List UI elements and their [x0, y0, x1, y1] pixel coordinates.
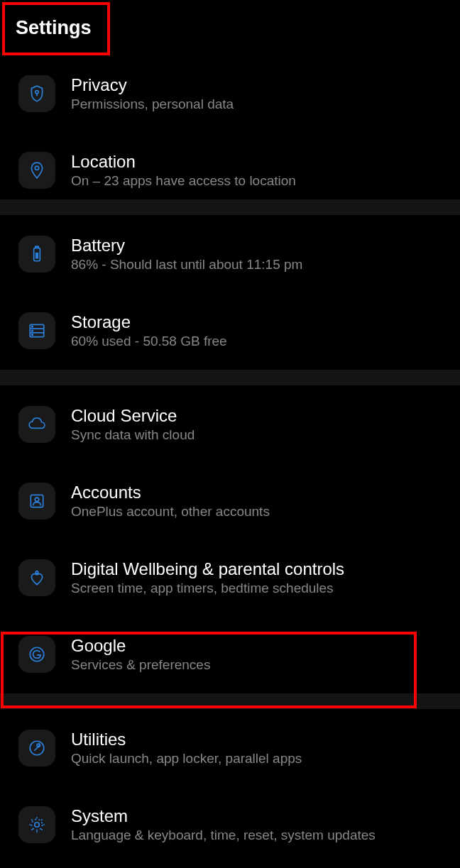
settings-group-0: Privacy Permissions, personal data Locat… [0, 65, 460, 199]
settings-group-1: Battery 86% - Should last until about 11… [0, 215, 460, 370]
storage-icon [18, 312, 55, 349]
svg-point-16 [37, 744, 40, 747]
item-title: Cloud Service [71, 406, 195, 426]
shield-keyhole-icon [18, 75, 55, 112]
accounts-icon [18, 483, 55, 520]
item-subtitle: Services & preferences [71, 657, 210, 673]
svg-point-17 [35, 823, 40, 828]
settings-item-privacy[interactable]: Privacy Permissions, personal data [0, 65, 460, 123]
system-gear-icon [18, 806, 55, 843]
section-divider [0, 199, 460, 215]
item-subtitle: Permissions, personal data [71, 97, 234, 112]
item-text: Digital Wellbeing & parental controls Sc… [71, 559, 344, 596]
item-title: Google [71, 636, 210, 656]
item-text: Privacy Permissions, personal data [71, 75, 234, 112]
item-title: Storage [71, 312, 227, 332]
item-subtitle: On – 23 apps have access to location [71, 173, 296, 189]
settings-item-storage[interactable]: Storage 60% used - 50.58 GB free [0, 302, 460, 360]
settings-item-accounts[interactable]: Accounts OnePlus account, other accounts [0, 472, 460, 530]
cloud-icon [18, 406, 55, 443]
location-pin-icon [18, 152, 55, 189]
item-title: Privacy [71, 75, 234, 95]
item-title: Utilities [71, 730, 302, 749]
svg-point-8 [32, 326, 33, 327]
item-text: Google Services & preferences [71, 636, 210, 673]
section-divider [0, 693, 460, 709]
svg-point-9 [32, 330, 33, 331]
item-title: System [71, 806, 376, 826]
item-title: Accounts [71, 483, 270, 502]
svg-point-10 [32, 334, 33, 336]
item-text: Storage 60% used - 50.58 GB free [71, 312, 227, 349]
item-subtitle: 60% used - 50.58 GB free [71, 334, 227, 349]
utilities-icon [18, 730, 55, 767]
svg-point-18 [31, 819, 42, 830]
google-icon [18, 636, 55, 673]
item-text: Cloud Service Sync data with cloud [71, 406, 195, 443]
page-title: Settings [16, 17, 444, 39]
settings-item-google[interactable]: Google Services & preferences [0, 625, 460, 683]
svg-point-12 [35, 498, 38, 501]
item-text: Battery 86% - Should last until about 11… [71, 236, 302, 273]
settings-item-battery[interactable]: Battery 86% - Should last until about 11… [0, 225, 460, 283]
svg-rect-4 [35, 253, 38, 259]
settings-item-location[interactable]: Location On – 23 apps have access to loc… [0, 141, 460, 199]
item-subtitle: 86% - Should last until about 11:15 pm [71, 257, 302, 273]
settings-item-system[interactable]: System Language & keyboard, time, reset,… [0, 796, 460, 854]
svg-point-0 [35, 91, 38, 94]
item-subtitle: Screen time, app timers, bedtime schedul… [71, 581, 344, 596]
item-text: Location On – 23 apps have access to loc… [71, 152, 296, 189]
item-subtitle: Quick launch, app locker, parallel apps [71, 751, 302, 767]
svg-point-13 [35, 571, 38, 573]
item-title: Battery [71, 236, 302, 256]
wellbeing-icon [18, 559, 55, 596]
item-text: Accounts OnePlus account, other accounts [71, 483, 270, 520]
item-text: System Language & keyboard, time, reset,… [71, 806, 376, 843]
section-divider [0, 370, 460, 385]
item-subtitle: Sync data with cloud [71, 427, 195, 443]
item-title: Location [71, 152, 296, 172]
item-subtitle: OnePlus account, other accounts [71, 504, 270, 520]
settings-item-wellbeing[interactable]: Digital Wellbeing & parental controls Sc… [0, 549, 460, 607]
settings-group-2: Cloud Service Sync data with cloud Accou… [0, 385, 460, 693]
item-text: Utilities Quick launch, app locker, para… [71, 730, 302, 767]
svg-point-1 [35, 166, 38, 170]
settings-group-3: Utilities Quick launch, app locker, para… [0, 709, 460, 854]
header: Settings [0, 0, 460, 55]
settings-item-utilities[interactable]: Utilities Quick launch, app locker, para… [0, 719, 460, 777]
settings-item-cloud[interactable]: Cloud Service Sync data with cloud [0, 395, 460, 454]
battery-icon [18, 236, 55, 273]
item-title: Digital Wellbeing & parental controls [71, 559, 344, 579]
item-subtitle: Language & keyboard, time, reset, system… [71, 828, 376, 843]
svg-rect-3 [35, 246, 38, 248]
